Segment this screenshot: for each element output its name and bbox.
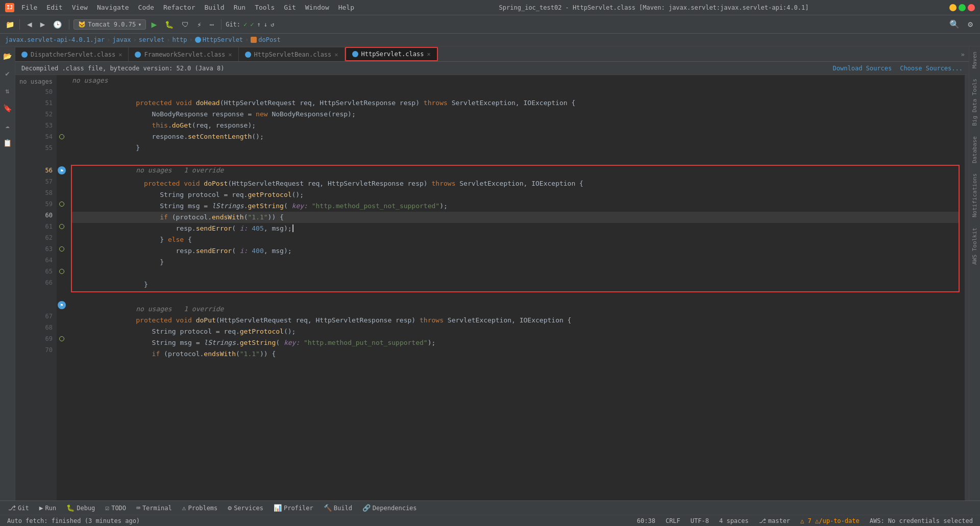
btm-problems-button[interactable]: ⚠ Problems [178,503,222,513]
branch-indicator[interactable]: ⎇ master [757,517,792,524]
breadcrumb-servlet[interactable]: servlet [139,36,165,43]
code-scroll-area[interactable]: no usages 50 51 52 53 54 55 56 57 58 59 … [15,75,969,500]
menu-code[interactable]: Code [134,3,158,12]
right-panel-database[interactable]: Database [969,131,980,168]
tabs-overflow-button[interactable]: » [957,47,969,61]
git-push[interactable]: ↑ [257,21,261,28]
line-ending-selector[interactable]: CRLF [664,517,682,524]
git-check2[interactable]: ✓ [250,21,254,28]
tab-httpservlet[interactable]: HttpServlet.class ✕ [345,47,438,61]
btm-profiler-button[interactable]: 📊 Profiler [270,503,317,513]
recent-files-button[interactable]: 🕒 [50,19,65,30]
run-button[interactable]: ▶ [148,17,160,31]
bookmark-72[interactable] [59,336,64,341]
aws-status[interactable]: AWS: No credentials selected [868,517,975,524]
menu-tools[interactable]: Tools [251,3,279,12]
status-left: Auto fetch: finished (3 minutes ago) [5,517,142,524]
btm-todo-button[interactable]: ☑ TODO [101,503,130,513]
more-run-button[interactable]: ⋯ [207,19,217,30]
tab-httpservletbean[interactable]: HttpServletBean.class ✕ [239,47,345,61]
btm-terminal-button[interactable]: ⌨ Terminal [132,503,176,513]
menu-view[interactable]: View [68,3,92,12]
profile-button[interactable]: ⚡ [194,19,204,30]
search-button[interactable]: 🔍 [946,18,963,31]
minimize-button[interactable] [949,4,957,11]
btm-dependencies-button[interactable]: 🔗 Dependencies [358,503,421,513]
debug-marker-69[interactable]: ⚑ [58,301,66,309]
download-sources-link[interactable]: Download Sources [833,65,892,72]
git-history[interactable]: ↺ [271,21,274,28]
btm-git-button[interactable]: ⎇ Git [4,503,33,513]
menu-edit[interactable]: Edit [42,3,66,12]
code-text-area[interactable]: no usages protected void doHead(HttpServ… [67,75,965,500]
menu-help[interactable]: Help [334,3,358,12]
breadcrumb-jar[interactable]: javax.servlet-api-4.0.1.jar [5,36,105,43]
menu-refactor[interactable]: Refactor [159,3,200,12]
ln-58: 57 [19,176,53,187]
gutter-50 [57,86,67,97]
tab-close-3[interactable]: ✕ [334,51,338,58]
right-panel-maven[interactable]: Maven [969,46,980,73]
close-button[interactable] [968,4,975,11]
run-config-selector[interactable]: 🐱 Tomcat 9.0.75 ▾ [74,19,146,30]
bookmark-66[interactable] [59,269,64,274]
sidebar-icon-commit[interactable]: ✔ [2,68,13,79]
menu-file[interactable]: File [17,3,41,12]
vcs-warnings[interactable]: △ 7 △/up-to-date [798,517,862,524]
menu-bar: File Edit View Navigate Code Refactor Bu… [17,3,358,12]
bookmark-62[interactable] [59,224,64,229]
menu-git[interactable]: Git [280,3,300,12]
indent-selector[interactable]: 4 spaces [717,517,751,524]
code-line-54: } [72,131,960,142]
bookmark-64[interactable] [59,246,64,252]
menu-run[interactable]: Run [230,3,250,12]
settings-button[interactable]: ⚙ [965,18,976,31]
btm-run-button[interactable]: ▶ Run [35,503,61,513]
tab-close-1[interactable]: ✕ [118,51,122,58]
forward-button[interactable]: ▶ [37,18,48,31]
gutter-60 [57,198,67,210]
vertical-scrollbar[interactable] [965,75,969,500]
git-check1[interactable]: ✓ [243,21,247,28]
profiler-icon: 📊 [274,504,282,512]
right-panel-notifications[interactable]: Notifications [969,168,980,222]
separator-3 [221,19,222,30]
breadcrumb-javax[interactable]: javax [112,36,131,43]
code-line-59: if (protocol.endsWith("1.1")) { [72,201,959,212]
gutter-69: ⚑ [57,299,67,311]
menu-navigate[interactable]: Navigate [93,3,133,12]
ln-59: 58 [19,187,53,198]
sidebar-icon-aws[interactable]: ☁ [2,120,13,131]
menu-build[interactable]: Build [201,3,229,12]
sidebar-icon-project[interactable]: 📂 [2,51,13,62]
breadcrumb-class[interactable]: HttpServlet [203,36,243,43]
git-fetch[interactable]: ↓ [264,21,267,28]
menu-window[interactable]: Window [301,3,333,12]
btm-debug-button[interactable]: 🐛 Debug [62,503,99,513]
maximize-button[interactable] [959,4,966,11]
coverage-button[interactable]: 🛡 [179,19,192,30]
sidebar-icon-pullreq[interactable]: ⇅ [2,85,13,96]
tab-frameworkservlet[interactable]: FrameworkServlet.class ✕ [129,47,238,61]
debug-marker-57[interactable]: ⚑ [58,166,66,174]
debug-button[interactable]: 🐛 [162,19,177,30]
tab-dispatcherservlet[interactable]: DispatcherServlet.class ✕ [15,47,129,61]
btm-services-button[interactable]: ⚙ Services [224,503,267,513]
right-panel-aws[interactable]: AWS Toolkit [969,222,980,270]
breadcrumb-http[interactable]: http [172,36,187,43]
tab-close-4[interactable]: ✕ [427,51,430,58]
sidebar-icon-bookmarks[interactable]: 🔖 [2,103,13,114]
back-button[interactable]: ◀ [24,18,35,31]
breadcrumb-method[interactable]: doPost [258,36,280,43]
sidebar-icon-structure[interactable]: 📋 [2,137,13,148]
right-panel-bigdata[interactable]: Big Data Tools [969,73,980,131]
bookmark-60[interactable] [59,202,64,207]
tab-close-2[interactable]: ✕ [228,51,232,58]
autofetch-status[interactable]: Auto fetch: finished (3 minutes ago) [5,517,142,524]
project-icon[interactable]: 📁 [4,19,15,30]
position-indicator[interactable]: 60:38 [635,517,657,524]
bookmark-54[interactable] [59,134,64,139]
encoding-selector[interactable]: UTF-8 [689,517,711,524]
choose-sources-link[interactable]: Choose Sources... [900,65,963,72]
btm-build-button[interactable]: 🔨 Build [320,503,356,513]
